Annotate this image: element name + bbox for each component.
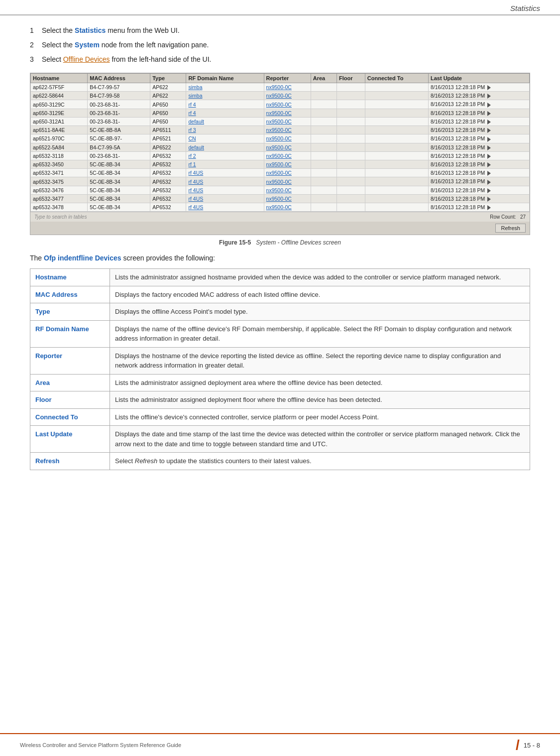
term-cell: Reporter <box>30 347 110 374</box>
list-item: ReporterDisplays the hostname of the dev… <box>30 347 530 374</box>
step2-highlight: System <box>75 41 100 49</box>
refresh-button[interactable]: Refresh <box>495 224 526 233</box>
term-cell: Area <box>30 374 110 391</box>
description-highlight: Ofp indentfline Devices <box>44 254 121 262</box>
term-cell: Refresh <box>30 453 110 470</box>
col-type[interactable]: Type <box>150 74 186 83</box>
col-area[interactable]: Area <box>311 74 336 83</box>
figure-label: Figure 15-5 <box>219 239 251 246</box>
table-footer: Type to search in tables Row Count: 27 <box>30 212 530 222</box>
list-item: HostnameLists the administrator assigned… <box>30 269 530 286</box>
page-header: Statistics <box>0 0 560 15</box>
footer-right: / 15 - 8 <box>516 738 540 752</box>
list-item: RefreshSelect Refresh to update the stat… <box>30 453 530 470</box>
refresh-bar: Refresh <box>30 222 530 235</box>
desc-cell: Displays the offline Access Point's mode… <box>110 303 530 321</box>
step-1: 1 Select the Statistics menu from the We… <box>30 25 530 36</box>
desc-cell: Displays the hostname of the device repo… <box>110 347 530 374</box>
desc-cell: Lists the offline's device's connected c… <box>110 408 530 426</box>
table-row: ap6532-311800-23-68-31-AP6532rf 2nx9500-… <box>31 151 530 160</box>
list-item: Connected ToLists the offline's device's… <box>30 408 530 426</box>
figure-caption: Figure 15-5 System - Offline Devices scr… <box>30 239 530 246</box>
desc-cell: Select Refresh to update the statistics … <box>110 453 530 470</box>
term-cell: MAC Address <box>30 286 110 303</box>
col-connected-to[interactable]: Connected To <box>365 74 428 83</box>
screenshot-container: Hostname MAC Address Type RF Domain Name… <box>30 73 530 235</box>
step3-highlight[interactable]: Offline Devices <box>63 55 110 63</box>
table-row: ap6532-34775C-0E-8B-34AP6532rf 4USnx9500… <box>31 194 530 203</box>
row-count: Row Count: 27 <box>490 214 526 220</box>
col-mac[interactable]: MAC Address <box>88 74 150 83</box>
list-item: FloorLists the administrator assigned de… <box>30 391 530 409</box>
term-cell: Type <box>30 303 110 321</box>
table-row: ap650-312A100-23-68-31-AP650defaultnx950… <box>31 117 530 126</box>
definition-table: HostnameLists the administrator assigned… <box>30 268 530 470</box>
table-row: ap6532-34765C-0E-8B-34AP6532rf 4USnx9500… <box>31 186 530 194</box>
desc-cell: Displays the date and time stamp of the … <box>110 426 530 453</box>
description-paragraph: The Ofp indentfline Devices screen provi… <box>30 253 530 263</box>
step-3: 3 Select Offline Devices from the left-h… <box>30 54 530 65</box>
col-hostname[interactable]: Hostname <box>31 74 88 83</box>
term-cell: RF Domain Name <box>30 320 110 347</box>
steps-container: 1 Select the Statistics menu from the We… <box>30 25 530 65</box>
table-row: ap6532-34785C-0E-8B-34AP6532rf 4USnx9500… <box>31 203 530 212</box>
step-2: 2 Select the System node from the left n… <box>30 40 530 50</box>
list-item: Last UpdateDisplays the date and time st… <box>30 426 530 453</box>
list-item: MAC AddressDisplays the factory encoded … <box>30 286 530 303</box>
page-title: Statistics <box>510 4 540 12</box>
list-item: TypeDisplays the offline Access Point's … <box>30 303 530 321</box>
table-row: ap6532-34715C-0E-8B-34AP6532rf 4USnx9500… <box>31 169 530 177</box>
step1-highlight: Statistics <box>75 26 106 34</box>
footer-slash-icon: / <box>516 738 520 752</box>
table-row: ap650-3129E00-23-68-31-AP650rf 4nx9500-0… <box>31 109 530 117</box>
table-row: ap622-58644B4-C7-99-58AP622simbanx9500-0… <box>31 92 530 100</box>
col-rf-domain[interactable]: RF Domain Name <box>186 74 264 83</box>
list-item: RF Domain NameDisplays the name of the o… <box>30 320 530 347</box>
footer-left: Wireless Controller and Service Platform… <box>20 742 181 748</box>
table-row: ap6521-970C5C-0E-8B-97-AP6521CNnx9500-0C… <box>31 134 530 143</box>
col-floor[interactable]: Floor <box>336 74 365 83</box>
term-cell: Floor <box>30 391 110 409</box>
col-last-update[interactable]: Last Update <box>429 74 530 83</box>
term-cell: Connected To <box>30 408 110 426</box>
table-row: ap6532-34505C-0E-8B-34AP6532rf 1nx9500-0… <box>31 160 530 168</box>
offline-devices-table: Hostname MAC Address Type RF Domain Name… <box>30 73 530 212</box>
table-row: ap650-3129C00-23-68-31-AP650rf 4nx9500-0… <box>31 100 530 109</box>
col-reporter[interactable]: Reporter <box>264 74 311 83</box>
footer-page: 15 - 8 <box>524 742 540 749</box>
desc-cell: Lists the administrator assigned deploym… <box>110 391 530 409</box>
desc-cell: Lists the administrator assigned deploym… <box>110 374 530 391</box>
term-cell: Hostname <box>30 269 110 286</box>
term-cell: Last Update <box>30 426 110 453</box>
figure-text: System - Offline Devices screen <box>256 239 341 246</box>
list-item: AreaLists the administrator assigned dep… <box>30 374 530 391</box>
table-row: ap6511-8A4E5C-0E-8B-8AAP6511rf 3nx9500-0… <box>31 126 530 134</box>
table-row: ap622-57F5FB4-C7-99-57AP622simbanx9500-0… <box>31 83 530 92</box>
desc-cell: Lists the administrator assigned hostnam… <box>110 269 530 286</box>
desc-cell: Displays the name of the offline device'… <box>110 320 530 347</box>
table-row: ap6532-34755C-0E-8B-34AP6532rf 4USnx9500… <box>31 177 530 186</box>
page-footer: Wireless Controller and Service Platform… <box>0 733 560 756</box>
table-row: ap6522-5A84B4-C7-99-5AAP6522defaultnx950… <box>31 143 530 151</box>
search-input-label: Type to search in tables <box>34 214 87 220</box>
desc-cell: Displays the factory encoded MAC address… <box>110 286 530 303</box>
